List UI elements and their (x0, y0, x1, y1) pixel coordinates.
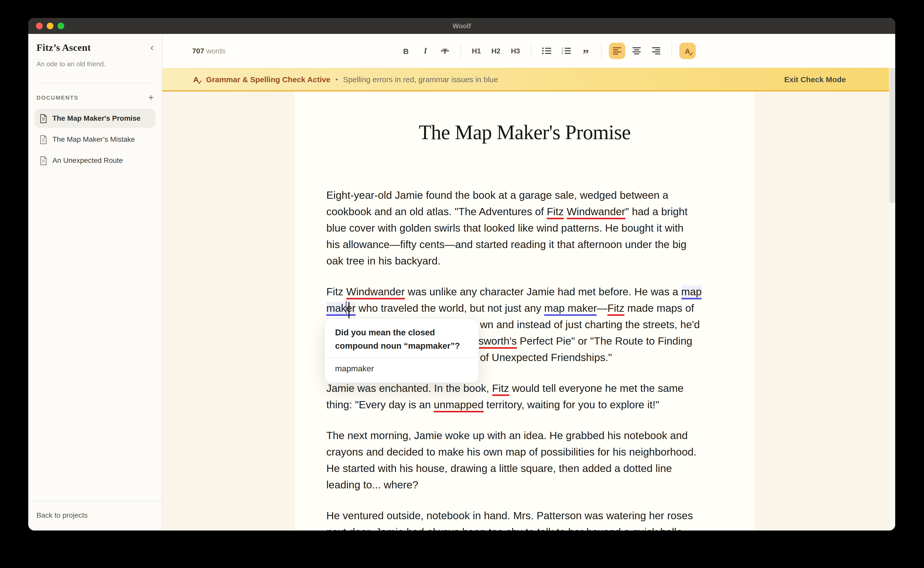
project-subtitle: An ode to an old friend. (36, 60, 154, 68)
word-count-number: 707 (192, 47, 204, 55)
text-line[interactable]: blue cover with golden swirls that looke… (326, 220, 727, 236)
document-title: The Map Maker’s Mistake (52, 134, 135, 144)
paragraph-5[interactable]: He ventured outside, notebook in hand. M… (326, 508, 727, 530)
text-segment: of Unexpected Friendships." (480, 351, 612, 363)
document-icon (39, 114, 47, 123)
suggestion-option-mapmaker[interactable]: mapmaker (325, 358, 479, 379)
spelling-error-word[interactable]: unmapped (434, 399, 483, 412)
spelling-error-word[interactable]: Fitz (607, 302, 624, 316)
text-segment: Perfect Pie" or "The Route to Finding (517, 335, 692, 347)
text-segment: crayons and decided to make his own map … (326, 446, 696, 458)
text-segment: oak tree in his backyard. (326, 255, 441, 267)
bullet-list-button[interactable] (539, 42, 555, 59)
heading2-button[interactable]: H2 (488, 42, 504, 59)
sidebar-item-document-3[interactable]: An Unexpected Route (35, 151, 156, 170)
suggestion-popup: Did you mean the closed compound noun “m… (324, 319, 479, 383)
grammar-issue-word[interactable]: map (681, 286, 702, 299)
sidebar-item-document-2[interactable]: The Map Maker’s Mistake (35, 130, 156, 149)
sidebar-item-document-1[interactable]: The Map Maker's Promise (35, 109, 156, 128)
window-title: Woolf (28, 22, 895, 30)
blockquote-button[interactable]: ” (578, 42, 594, 59)
text-line[interactable]: next door. Jamie had always been too shy… (326, 524, 727, 530)
italic-button[interactable]: I (417, 42, 434, 59)
text-segment: Fitz (326, 286, 346, 298)
grammar-issue-word[interactable]: map maker (544, 302, 597, 316)
spelling-error-word[interactable]: Fitz (547, 205, 564, 219)
exit-check-mode-button[interactable]: Exit Check Mode (784, 75, 846, 83)
word-count-suffix: words (206, 47, 226, 55)
grammar-issue-word[interactable]: mak (326, 302, 346, 316)
text-segment: wn and instead of just charting the stre… (480, 319, 700, 330)
app-window: Woolf Fitz’s Ascent ‹ An ode to an old f… (28, 18, 895, 530)
text-segment: was unlike any character Jamie had met b… (405, 286, 681, 298)
word-count: 707words (192, 47, 225, 55)
spelling-error-word[interactable]: Fitz (492, 382, 509, 396)
spelling-error-word[interactable]: Windwander (567, 205, 625, 219)
sidebar: Fitz’s Ascent ‹ An ode to an old friend.… (28, 34, 162, 530)
text-segment: next door. Jamie had always been too shy… (326, 526, 685, 530)
text-line[interactable]: thing: "Every day is an unmapped territo… (326, 396, 727, 413)
text-segment: thing: "Every day is an (326, 399, 434, 410)
paragraph-4[interactable]: The next morning, Jamie woke up with an … (326, 427, 727, 493)
text-segment: territory, waiting for you to explore it… (483, 399, 659, 410)
text-line[interactable]: The next morning, Jamie woke up with an … (326, 427, 727, 444)
spellcheck-icon: A✓ (685, 47, 691, 55)
paragraph-1[interactable]: Eight-year-old Jamie found the book at a… (326, 187, 727, 269)
text-segment: — (597, 302, 607, 314)
text-line[interactable]: leading to... where? (326, 477, 727, 493)
add-document-icon[interactable]: + (148, 94, 154, 102)
back-to-projects-link[interactable]: Back to projects (36, 511, 154, 519)
document-title: An Unexpected Route (52, 156, 123, 165)
text-line[interactable]: maker who traveled the world, but not ju… (326, 300, 727, 316)
numbered-list-button[interactable]: 123 (558, 42, 574, 59)
text-line[interactable]: oak tree in his backyard. (326, 253, 727, 269)
align-left-button[interactable] (609, 42, 626, 59)
align-right-button[interactable] (648, 42, 665, 59)
document-icon (39, 135, 47, 144)
text-segment: He ventured outside, notebook in hand. M… (326, 509, 693, 521)
document-heading[interactable]: The Map Maker's Promise (295, 120, 754, 144)
content-area: 707words B I T H1 H2 H3 (162, 34, 895, 530)
bold-button[interactable]: B (398, 42, 414, 59)
text-line[interactable]: crayons and decided to make his own map … (326, 444, 727, 460)
text-segment (564, 205, 567, 217)
text-line[interactable]: Fitz Windwander was unlike any character… (326, 284, 727, 300)
documents-section-label: DOCUMENTS (36, 95, 78, 101)
scrollbar-track[interactable] (889, 68, 895, 530)
project-title: Fitz’s Ascent (36, 42, 91, 53)
strikethrough-icon: T (442, 47, 447, 55)
text-segment: made maps of (624, 302, 694, 314)
editor-canvas[interactable]: The Map Maker's Promise Eight-year-old J… (162, 91, 895, 530)
banner-separator-dot: • (336, 75, 338, 83)
toolbar-divider (531, 43, 532, 59)
strikethrough-button[interactable]: T (437, 42, 453, 59)
align-center-button[interactable] (629, 42, 645, 59)
title-bar: Woolf (28, 18, 895, 34)
heading1-button[interactable]: H1 (468, 42, 485, 59)
text-segment: would tell everyone he met the same (509, 382, 683, 394)
paragraph-3[interactable]: Jamie was enchanted. In the book, Fitz w… (326, 380, 727, 413)
spelling-error-word[interactable]: Windwander (346, 286, 405, 299)
text-segment: He started with his house, drawing a lit… (326, 462, 672, 474)
text-line[interactable]: his allowance—fifty cents—and started re… (326, 236, 727, 253)
spelling-error-word[interactable]: sworth's (479, 335, 517, 349)
banner-subtitle: Spelling errors in red, grammar issues i… (343, 75, 498, 83)
grammar-issue-word[interactable]: er (346, 302, 355, 316)
text-segment: Jamie was enchanted. In the book, (326, 382, 492, 394)
text-line[interactable]: He started with his house, drawing a lit… (326, 460, 727, 477)
align-right-icon (652, 47, 660, 54)
svg-text:3: 3 (562, 52, 563, 54)
scrollbar-thumb[interactable] (889, 68, 895, 203)
grammar-check-banner: A✓ Grammar & Spelling Check Active • Spe… (162, 68, 895, 91)
spellcheck-button[interactable]: A✓ (679, 42, 696, 59)
text-line[interactable]: Eight-year-old Jamie found the book at a… (326, 187, 727, 203)
text-line[interactable]: He ventured outside, notebook in hand. M… (326, 508, 727, 524)
toolbar-divider (460, 43, 461, 59)
text-segment: cookbook and an old atlas. "The Adventur… (326, 205, 547, 217)
collapse-sidebar-icon[interactable]: ‹ (150, 42, 154, 52)
spellcheck-icon: A✓ (193, 75, 199, 83)
bullet-list-icon (542, 47, 551, 54)
text-segment: Eight-year-old Jamie found the book at a… (326, 189, 668, 201)
text-line[interactable]: cookbook and an old atlas. "The Adventur… (326, 203, 727, 220)
heading3-button[interactable]: H3 (507, 42, 524, 59)
